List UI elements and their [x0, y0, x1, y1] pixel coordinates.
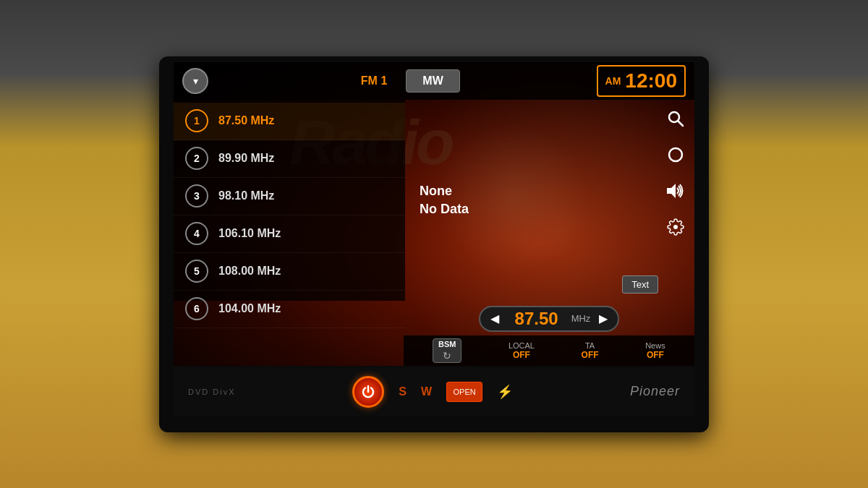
clock-display: AM 12:00 — [597, 65, 686, 97]
preset-item-4[interactable]: 4 106.10 MHz — [174, 215, 405, 253]
device-screen: Radio ▾ FM 1 MW AM 12:00 — [174, 62, 694, 366]
preset-number-3: 3 — [185, 184, 208, 207]
news-function[interactable]: News OFF — [645, 341, 665, 360]
preset-number-5: 5 — [185, 260, 208, 283]
top-bar: ▾ FM 1 MW AM 12:00 — [174, 62, 694, 100]
preset-item-3[interactable]: 3 98.10 MHz — [174, 178, 405, 215]
freq-next-button[interactable]: ▶ — [596, 312, 610, 325]
tab-mw[interactable]: MW — [406, 69, 459, 93]
preset-number-6: 6 — [185, 297, 208, 320]
volume-button[interactable] — [663, 178, 689, 204]
ta-value: OFF — [582, 350, 599, 360]
station-data: No Data — [420, 202, 644, 217]
station-name: None — [420, 184, 644, 199]
preset-number-1: 1 — [185, 109, 208, 132]
record-button[interactable] — [663, 142, 689, 168]
control-buttons: S W OPEN ⚡ — [352, 376, 513, 408]
text-button[interactable]: Text — [622, 275, 658, 294]
settings-button[interactable] — [663, 214, 689, 240]
function-bar: BSM ↻ LOCAL OFF TA OFF News OFF — [404, 335, 694, 366]
frequency-track: ◀ 87.50 MHz ▶ — [479, 306, 620, 332]
preset-item-2[interactable]: 2 89.90 MHz — [174, 140, 405, 178]
bsm-icon: ↻ — [443, 350, 451, 361]
tab-fm1[interactable]: FM 1 — [345, 70, 403, 92]
usb-icon: ⚡ — [497, 384, 513, 400]
local-label: LOCAL — [509, 341, 535, 350]
right-icons-panel — [663, 106, 689, 240]
brand-text: DVD DivX — [188, 388, 236, 396]
info-panel: None No Data — [405, 100, 658, 301]
preset-item-5[interactable]: 5 108.00 MHz — [174, 253, 405, 291]
w-button[interactable]: W — [421, 385, 432, 398]
bsm-button[interactable]: BSM ↻ — [433, 338, 461, 363]
bsm-label: BSM — [438, 340, 456, 348]
pioneer-logo: Pioneer — [630, 384, 680, 399]
svg-point-2 — [669, 148, 682, 161]
preset-freq-4: 106.10 MHz — [218, 227, 281, 240]
clock-am-label: AM — [605, 75, 621, 87]
search-button[interactable] — [663, 106, 689, 132]
preset-freq-6: 104.00 MHz — [218, 302, 281, 315]
news-label: News — [645, 341, 665, 350]
ta-label: TA — [585, 341, 595, 350]
svg-line-1 — [678, 121, 684, 126]
preset-number-2: 2 — [185, 147, 208, 170]
preset-freq-3: 98.10 MHz — [218, 189, 274, 202]
preset-freq-2: 89.90 MHz — [218, 152, 274, 165]
ta-function[interactable]: TA OFF — [582, 341, 599, 360]
open-label: OPEN — [454, 388, 476, 396]
news-value: OFF — [647, 350, 664, 360]
preset-freq-1: 87.50 MHz — [218, 114, 274, 127]
preset-list: 1 87.50 MHz 2 89.90 MHz 3 98.10 MHz 4 10… — [174, 100, 405, 301]
local-value: OFF — [513, 350, 530, 360]
preset-item-6[interactable]: 6 104.00 MHz — [174, 291, 405, 328]
preset-number-4: 4 — [185, 222, 208, 245]
pioneer-device: Radio ▾ FM 1 MW AM 12:00 — [159, 56, 709, 432]
power-button[interactable] — [352, 376, 384, 408]
preset-item-1[interactable]: 1 87.50 MHz — [174, 103, 405, 140]
clock-time: 12:00 — [625, 69, 677, 93]
frequency-bar: ◀ 87.50 MHz ▶ — [404, 302, 694, 335]
chevron-down-icon: ▾ — [193, 75, 198, 87]
svg-marker-3 — [667, 184, 676, 198]
workbench-background: Radio ▾ FM 1 MW AM 12:00 — [0, 0, 868, 488]
local-function[interactable]: LOCAL OFF — [509, 341, 535, 360]
preset-freq-5: 108.00 MHz — [218, 265, 281, 278]
device-bottom-controls: DVD DivX S W OPEN ⚡ Pioneer — [174, 367, 694, 416]
frequency-value: 87.50 — [508, 309, 566, 329]
s-button[interactable]: S — [399, 385, 407, 398]
source-tabs: FM 1 MW — [345, 69, 460, 93]
eject-button[interactable]: OPEN — [446, 382, 482, 402]
dropdown-button[interactable]: ▾ — [182, 68, 208, 94]
frequency-unit: MHz — [571, 313, 591, 324]
freq-prev-button[interactable]: ◀ — [488, 312, 502, 325]
